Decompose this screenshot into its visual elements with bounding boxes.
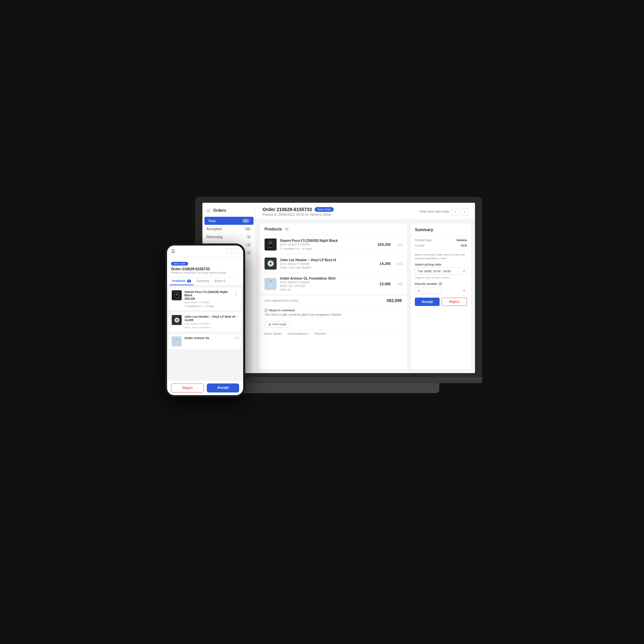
product-name-1: Xiaomi Poco F3 (256GB) Night Black (280, 239, 374, 243)
tab-payment[interactable]: Payment (314, 332, 326, 337)
together-note: Together with 28 other orders (415, 276, 467, 279)
price-total: 382,09€ (386, 298, 402, 303)
mobile-product-price-2: 14,20€ (184, 318, 238, 322)
mobile-accept-button[interactable]: Accept (207, 383, 239, 392)
nav-controls: View next new order ‹ › (420, 208, 468, 215)
mobile-avail-1: ⏱ Available in 4 – 10 days (184, 305, 238, 308)
print-order-button[interactable]: 🖨 Print order (265, 321, 290, 328)
mobile-product-price-1: 329,20€ (184, 297, 238, 300)
tab-conversations[interactable]: Conversations 1 (287, 332, 309, 337)
product-price-2: 14,20€ (379, 262, 391, 266)
order-meta: Placed on 29/06/2021 16:52 by Stevens Sl… (263, 213, 334, 216)
other1-badge: 2 (246, 243, 252, 247)
content-area: Products 5 📱 Xiaomi Poco F3 (256GB) Nigh… (256, 219, 475, 373)
parcels-label: Parcels number i (415, 282, 467, 286)
bottom-tabs: Buyer details Conversations 1 Payment (260, 330, 407, 337)
mobile-product-qty-3: x 3 (235, 336, 238, 339)
hamburger-icon[interactable]: ☰ (171, 249, 175, 254)
mobile-product-img-2: 💿 (172, 315, 182, 325)
product-item-3: 👕 Under Armour GL Foundation Shirt EAN: … (260, 273, 407, 295)
pickup-date-select[interactable]: Tue 10/08, 15:00 - 18:00 (415, 268, 467, 275)
accept-button[interactable]: Accept (415, 298, 440, 306)
info-icon: i (439, 282, 442, 286)
price-adjusted-row: Price adjusted for invoice 382,09€ (260, 295, 407, 306)
other2-badge: 1 (246, 251, 252, 255)
product-qty-2: x 1 (394, 262, 402, 266)
products-count: 5 (284, 227, 290, 231)
print-icon: 🖨 (268, 323, 271, 326)
product-price-1: 329,20€ (377, 243, 391, 247)
mobile-product-info-2: John Lee Hooker – Vinyl LP Best of x 1 1… (184, 315, 238, 329)
mobile-order-badge: New order (171, 262, 188, 266)
product-img-3: 👕 (265, 278, 277, 290)
mobile-prev-button[interactable]: ‹ (226, 248, 232, 254)
products-header: Products 5 (260, 223, 407, 235)
sidebar-item-accepted[interactable]: Accepted 48 (202, 225, 256, 233)
order-title-block: Order 210629-6155733 New order Placed on… (263, 207, 334, 216)
parcels-select[interactable]: 1 2 3 (415, 287, 442, 294)
mobile-products-list: 📱 Xiaomi Poco F3 (256GB) Night Black x 1… (167, 286, 243, 380)
sidebar-item-returning[interactable]: Returning 4 (202, 233, 256, 241)
pickup-label: Select pickup date (415, 263, 467, 266)
buyer-comment-header: 💬 Buyer's comment (265, 309, 402, 312)
mobile-product-row-3: 👕 Under Armour GL x 3 (172, 336, 238, 346)
mobile-product-name-1: Xiaomi Poco F3 (256GB) Night Black (184, 290, 235, 297)
mobile-tab-summary[interactable]: Summary (194, 277, 212, 285)
summary-note: Before accepting, make sure you have the… (415, 253, 467, 260)
order-status-badge: New order (315, 207, 334, 212)
parcels-select-wrapper: 1 2 3 (415, 287, 467, 294)
product-qty-3: x 3 (394, 282, 402, 286)
mobile-ean-2: EAN: 6934177736995 (184, 322, 238, 325)
product-item-1: 📱 Xiaomi Poco F3 (256GB) Night Black EAN… (260, 235, 407, 254)
main-content: Order 210629-6155733 New order Placed on… (256, 203, 475, 373)
clock-icon-1: ⏱ (280, 247, 283, 250)
mobile-products-badge: 5 (187, 280, 191, 283)
product-name-3: Under Armour GL Foundation Shirt (280, 277, 376, 280)
product-info-3: Under Armour GL Foundation Shirt EAN: 69… (280, 277, 376, 291)
reject-button[interactable]: Reject (442, 298, 467, 306)
new-badge: 27 (242, 219, 250, 223)
mobile-product-row-1: 📱 Xiaomi Poco F3 (256GB) Night Black x 1… (172, 290, 238, 308)
mobile-order-header: New order Order 210629-6155733 Placed on… (167, 257, 243, 277)
mobile-order-meta: Placed on 29/06/2021 16:52 by Stevens Sl… (171, 271, 239, 274)
mobile-artist-2: Artist: John Lee Hooker (184, 326, 238, 329)
tab-buyer-details[interactable]: Buyer details (265, 332, 282, 337)
products-title: Products (265, 227, 282, 231)
summary-panel: Summary Receipt type Invoice Courier ACS (411, 223, 471, 369)
product-avail-1: ⏱ Available in 4 – 10 days (280, 247, 374, 250)
pickup-select-wrapper: Tue 10/08, 15:00 - 18:00 (415, 268, 467, 275)
product-artist-2: Artist: John Lee Hooker (280, 266, 376, 269)
mobile-reject-button[interactable]: Reject (171, 383, 204, 392)
next-order-button[interactable]: › (461, 208, 468, 215)
receipt-row: Receipt type Invoice (415, 238, 467, 242)
returning-badge: 4 (246, 235, 252, 239)
product-mpn-3: MPN: 321-251-663 (280, 284, 376, 288)
mobile-product-img-1: 📱 (172, 290, 182, 300)
product-ean-3: EAN: 6934177736995 (280, 281, 376, 284)
sidebar-item-new[interactable]: New 27 (204, 217, 254, 225)
order-title-row: Order 210629-6155733 New order (263, 207, 334, 212)
summary-title: Summary (415, 227, 467, 232)
mobile-next-button[interactable]: › (233, 248, 239, 254)
mobile-tab-products[interactable]: Products 5 (170, 277, 194, 285)
mobile-product-info-3: Under Armour GL x 3 (184, 336, 238, 340)
mobile-nav-buttons: ‹ › (226, 248, 239, 254)
product-img-1: 📱 (265, 238, 277, 251)
mobile-product-name-3: Under Armour GL (184, 336, 210, 340)
prev-order-button[interactable]: ‹ (452, 208, 459, 215)
mobile-clock-icon-1: ⏱ (184, 305, 187, 308)
mobile-product-img-3: 👕 (172, 336, 182, 346)
receipt-value: Invoice (457, 238, 467, 242)
mobile-product-3: 👕 Under Armour GL x 3 (169, 334, 241, 349)
product-qty-1: x 1 (394, 243, 402, 247)
product-size-3: Size: XL (280, 288, 376, 291)
receipt-label: Receipt type (415, 238, 432, 242)
product-info-1: Xiaomi Poco F3 (256GB) Night Black EAN: … (280, 239, 374, 250)
mobile-product-1: 📱 Xiaomi Poco F3 (256GB) Night Black x 1… (169, 288, 241, 310)
mobile-tab-buyer[interactable]: Buyer d... (212, 277, 230, 285)
mobile-order-number: Order 210629-6155733 (171, 267, 239, 271)
product-ean-2: EAN: 6934177736995 (280, 262, 376, 266)
accepted-badge: 48 (244, 227, 252, 231)
price-adj-label: Price adjusted for invoice (265, 299, 298, 302)
comment-icon: 💬 (265, 309, 268, 312)
